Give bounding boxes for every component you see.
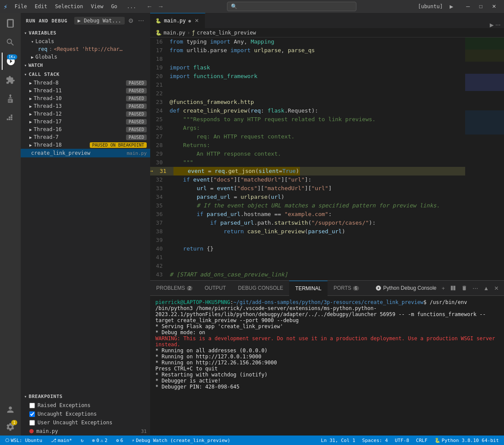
bottom-panel: PROBLEMS 2 OUTPUT DEBUG CONSOLE TERMINAL…	[150, 280, 504, 436]
menu-edit[interactable]: Edit	[32, 3, 51, 10]
editor-run-btn[interactable]: ▶	[490, 22, 494, 28]
activity-debug[interactable]: 1K+	[2, 53, 19, 70]
watch-section[interactable]: ▾ WATCH	[21, 61, 150, 70]
thread-8[interactable]: ▶ Thread-8 PAUSED	[21, 79, 150, 87]
code-line-35: 35 # If the event object URL matches a s…	[150, 201, 465, 210]
editor-split-btn[interactable]: ⋯	[495, 22, 501, 28]
search-input[interactable]	[227, 2, 356, 11]
sidebar-more-btn[interactable]: ⋯	[137, 16, 145, 25]
activity-run-test[interactable]	[2, 91, 19, 108]
thread-12[interactable]: ▶ Thread-12 PAUSED	[21, 110, 150, 118]
code-line-29: 29 An HTTP response context.	[150, 150, 465, 158]
variables-label: VARIABLES	[29, 30, 57, 36]
kill-terminal-btn[interactable]	[460, 284, 469, 292]
forward-button[interactable]: →	[156, 2, 166, 11]
debug-settings-btn[interactable]: ⚙	[127, 16, 135, 25]
code-editor[interactable]: 16 from typing import Any, Mapping 17 fr…	[150, 38, 504, 280]
tab-ports[interactable]: PORTS 6	[328, 281, 365, 296]
activity-extensions[interactable]	[2, 72, 19, 89]
debug-config-selector[interactable]: ▶ Debug Wat...	[74, 17, 125, 25]
thread-10[interactable]: ▶ Thread-10 PAUSED	[21, 94, 150, 102]
menu-view[interactable]: View	[87, 3, 107, 10]
back-button[interactable]: ←	[145, 2, 154, 11]
thread-17[interactable]: ▶ Thread-17 PAUSED	[21, 118, 150, 125]
status-git[interactable]: ⎇ main*	[49, 438, 74, 443]
minimize-button[interactable]: ─	[462, 2, 474, 11]
active-frame[interactable]: create_link_preview main.py	[21, 149, 150, 157]
thread-18[interactable]: ▶ Thread-18 PAUSED ON BREAKPOINT	[21, 141, 150, 149]
menu-file[interactable]: File	[11, 3, 31, 10]
terminal-content[interactable]: pierrick@LAPTOP-HKU5PNNG:~/git/add-ons-s…	[150, 296, 504, 436]
thread-18-status: PAUSED ON BREAKPOINT	[90, 142, 147, 148]
raised-exceptions-checkbox[interactable]	[29, 403, 35, 408]
thread-13-label: Thread-13	[34, 103, 62, 109]
variables-header[interactable]: ▾ VARIABLES	[21, 28, 150, 38]
thread-10-label: Thread-10	[34, 95, 62, 101]
status-wsl[interactable]: ⎔ WSL: Ubuntu	[3, 438, 44, 443]
split-terminal-btn[interactable]	[448, 284, 458, 292]
bc-function: create_link_preview	[197, 30, 256, 36]
breadcrumb-file[interactable]: 🐍 main.py	[155, 30, 186, 36]
status-eol[interactable]: CRLF	[414, 438, 429, 443]
status-line-col[interactable]: Ln 31, Col 1	[319, 438, 357, 443]
terminal-name-btn[interactable]: Python Debug Console	[374, 284, 438, 292]
code-line-44: 44	[150, 279, 465, 280]
ports-badge: 6	[353, 286, 359, 291]
user-uncaught-exceptions-checkbox[interactable]	[29, 420, 35, 426]
breadcrumb-function[interactable]: ƒ create_link_preview	[192, 30, 256, 36]
uncaught-exceptions-checkbox[interactable]	[29, 411, 35, 417]
thread-16-label: Thread-16	[34, 126, 62, 132]
add-terminal-btn[interactable]: +	[440, 284, 447, 292]
tab-terminal[interactable]: TERMINAL	[289, 281, 328, 296]
status-debug-count[interactable]: ⚙ 6	[114, 438, 125, 443]
thread-13[interactable]: ▶ Thread-13 PAUSED	[21, 102, 150, 110]
status-python[interactable]: 🐍 Python 3.8.10 64-bit	[433, 438, 501, 443]
activity-explorer[interactable]	[2, 15, 19, 32]
globals-item[interactable]: ▶ Globals	[21, 53, 150, 61]
titlebar-right: [ubuntu] ▶	[418, 3, 455, 10]
term-cursor-line: █	[155, 390, 499, 396]
status-errors[interactable]: ⊗ 0 ⚠ 2	[91, 438, 110, 443]
locals-item[interactable]: ▾ Locals	[21, 38, 150, 45]
bc-separator: ›	[187, 30, 190, 36]
activity-account[interactable]	[2, 401, 19, 418]
req-variable[interactable]: req : <Request 'http://charming-tro...	[21, 45, 150, 53]
main-py-tab[interactable]: 🐍 main.py ● ✕	[150, 13, 205, 28]
close-panel-btn[interactable]: ✕	[492, 284, 501, 292]
ln-35: 35	[150, 201, 170, 210]
menu-selection[interactable]: Selection	[51, 3, 86, 10]
status-spaces[interactable]: Spaces: 4	[360, 438, 390, 443]
activity-docker[interactable]	[2, 110, 19, 127]
code-line-34: 34 parsed_url = urlparse(url)	[150, 193, 465, 201]
menu-go[interactable]: Go	[107, 3, 120, 10]
main-py-bp[interactable]: main.py 31	[21, 427, 150, 436]
thread-7[interactable]: ▶ Thread-7 PAUSED	[21, 133, 150, 141]
code-line-37: 37 if parsed_url.path.startswith("/suppo…	[150, 219, 465, 227]
terminal-more-btn[interactable]: ⋯	[471, 284, 480, 292]
uncaught-exceptions-label: Uncaught Exceptions	[38, 411, 147, 417]
tab-problems[interactable]: PROBLEMS 2	[150, 281, 198, 296]
tab-debug-console[interactable]: DEBUG CONSOLE	[232, 281, 290, 296]
tab-output[interactable]: OUTPUT	[198, 281, 232, 296]
thread-16-status: PAUSED	[126, 127, 147, 132]
play-button[interactable]: ▶	[448, 3, 455, 10]
activity-settings[interactable]: 1	[2, 418, 19, 436]
menu-more[interactable]: ...	[123, 3, 140, 10]
ln-43: 43	[150, 270, 170, 279]
tab-close-btn[interactable]: ✕	[194, 18, 200, 24]
activity-search[interactable]	[2, 34, 19, 51]
term-line-active: * Debugger is active!	[155, 378, 499, 384]
maximize-panel-btn[interactable]: ▲	[482, 284, 491, 292]
thread-16[interactable]: ▶ Thread-16 PAUSED	[21, 125, 150, 133]
code-line-43: 43 # [START add_ons_case_preview_link]	[150, 270, 465, 279]
close-button[interactable]: ✕	[488, 2, 501, 11]
maximize-button[interactable]: □	[475, 2, 487, 11]
call-stack-header[interactable]: ▾ CALL STACK	[21, 70, 150, 79]
status-sync[interactable]: ↻	[79, 438, 85, 443]
term-prompt: pierrick@LAPTOP-HKU5PNNG	[155, 299, 230, 305]
watch-label: WATCH	[28, 63, 43, 68]
thread-11[interactable]: ▶ Thread-11 PAUSED	[21, 87, 150, 94]
status-encoding[interactable]: UTF-8	[393, 438, 411, 443]
status-debug-name[interactable]: ⚡ Debug Watch (create_link_preview)	[130, 438, 232, 443]
breakpoints-header[interactable]: ▾ BREAKPOINTS	[21, 392, 150, 401]
